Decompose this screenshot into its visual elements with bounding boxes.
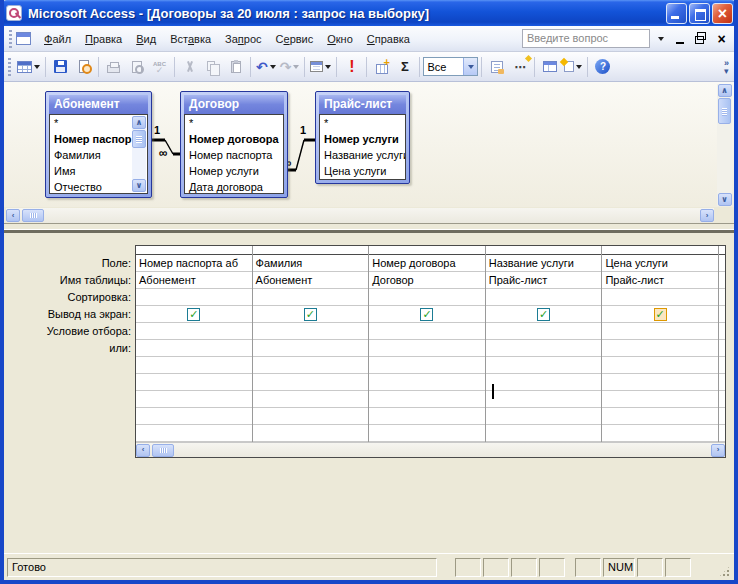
scroll-thumb[interactable] — [718, 98, 731, 124]
cell-table[interactable]: Договор — [369, 272, 485, 289]
print-button[interactable] — [102, 55, 125, 78]
redo-button[interactable]: ↷ — [278, 55, 302, 78]
scroll-down-icon[interactable]: ∨ — [718, 193, 732, 206]
menubar-grip[interactable] — [9, 30, 12, 48]
scroll-thumb[interactable] — [132, 130, 146, 148]
diagram-hscrollbar[interactable]: ‹ › — [6, 208, 714, 223]
cell-sort[interactable] — [602, 289, 718, 306]
field-cena-uslugi[interactable]: Цена услуги — [320, 163, 405, 179]
show-checkbox[interactable] — [420, 308, 433, 321]
properties-button[interactable] — [485, 55, 508, 78]
cell-sort[interactable] — [253, 289, 369, 306]
print-preview-button[interactable] — [125, 55, 148, 78]
cell-or[interactable] — [369, 340, 485, 357]
cell-criteria[interactable] — [369, 323, 485, 340]
top-values-combo[interactable]: Все — [423, 57, 478, 76]
scroll-up-icon[interactable]: ∧ — [718, 84, 732, 97]
menu-insert[interactable]: Вставка — [163, 29, 218, 49]
cell-criteria[interactable] — [136, 323, 252, 340]
cell-field[interactable]: Название услуги — [486, 255, 602, 272]
scroll-left-icon[interactable]: ‹ — [6, 209, 20, 222]
maximize-button[interactable] — [689, 3, 710, 24]
spelling-button[interactable]: ABC✓ — [148, 55, 171, 78]
cell-sort[interactable] — [369, 289, 485, 306]
file-search-button[interactable] — [72, 55, 95, 78]
field-nomer-uslugi[interactable]: Номер услуги — [320, 131, 405, 147]
cell-show[interactable] — [602, 306, 718, 323]
scroll-right-icon[interactable]: › — [711, 444, 725, 457]
new-object-button[interactable] — [561, 55, 584, 78]
table-card-price-list[interactable]: Прайс-лист * Номер услуги Название услуг… — [315, 91, 410, 184]
field-nomer-uslugi[interactable]: Номер услуги — [185, 163, 283, 179]
column-selector[interactable] — [136, 246, 252, 255]
scroll-right-icon[interactable]: › — [700, 209, 714, 222]
show-checkbox[interactable] — [537, 308, 550, 321]
child-close-button[interactable]: × — [713, 30, 730, 47]
totals-button[interactable]: Σ — [393, 55, 416, 78]
cell-field[interactable]: Номер договора — [369, 255, 485, 272]
table-title[interactable]: Абонемент — [49, 95, 148, 114]
show-checkbox[interactable] — [304, 308, 317, 321]
cell-criteria[interactable] — [486, 323, 602, 340]
menu-edit[interactable]: Правка — [78, 29, 129, 49]
cell-criteria[interactable] — [253, 323, 369, 340]
diagram-area[interactable]: 1 ∞ 1 ∞ Абонемент * Номер паспор Фамилия — [4, 82, 734, 207]
show-checkbox-focused[interactable] — [654, 308, 667, 321]
grid-hscrollbar[interactable]: ‹ › — [136, 442, 725, 457]
cell-field[interactable]: Номер паспорта аб — [136, 255, 252, 272]
cell-field[interactable]: Фамилия — [253, 255, 369, 272]
cut-button[interactable] — [178, 55, 201, 78]
diagram-vscrollbar[interactable]: ∧ ∨ — [717, 84, 732, 206]
cell-or[interactable] — [136, 340, 252, 357]
show-checkbox[interactable] — [187, 308, 200, 321]
cell-or[interactable] — [602, 340, 718, 357]
cell-table[interactable]: Абонемент — [253, 272, 369, 289]
column-selector[interactable] — [369, 246, 485, 255]
table-card-abonement[interactable]: Абонемент * Номер паспор Фамилия Имя Отч… — [45, 91, 152, 198]
undo-button[interactable]: ↶ — [254, 55, 278, 78]
menu-tools[interactable]: Сервис — [269, 29, 321, 49]
child-minimize-button[interactable] — [671, 30, 688, 47]
cell-show[interactable] — [486, 306, 602, 323]
field-nomer-dogovora[interactable]: Номер договора — [185, 131, 283, 147]
close-button[interactable] — [712, 3, 733, 24]
cell-or[interactable] — [486, 340, 602, 357]
question-dropdown-icon[interactable] — [654, 29, 667, 48]
minimize-button[interactable] — [666, 3, 687, 24]
run-button[interactable]: ! — [340, 55, 363, 78]
cell-table[interactable]: Абонемент — [136, 272, 252, 289]
menu-query[interactable]: Запрос — [218, 29, 268, 49]
scroll-left-icon[interactable]: ‹ — [136, 444, 150, 457]
copy-button[interactable] — [201, 55, 224, 78]
table-title[interactable]: Договор — [184, 95, 284, 114]
cell-sort[interactable] — [486, 289, 602, 306]
resize-grip[interactable] — [718, 565, 731, 578]
toolbar-grip[interactable] — [8, 58, 11, 76]
table-title[interactable]: Прайс-лист — [319, 95, 406, 114]
cell-table[interactable]: Прайс-лист — [602, 272, 718, 289]
scroll-down-icon[interactable]: ∨ — [132, 179, 146, 192]
field-asterisk[interactable]: * — [320, 115, 405, 131]
cell-show[interactable] — [136, 306, 252, 323]
child-restore-button[interactable] — [692, 30, 709, 47]
field-asterisk[interactable]: * — [185, 115, 283, 131]
cell-sort[interactable] — [136, 289, 252, 306]
column-selector[interactable] — [486, 246, 602, 255]
database-window-button[interactable] — [538, 55, 561, 78]
cell-criteria[interactable] — [602, 323, 718, 340]
menu-file[interactable]: Файл — [37, 29, 78, 49]
combo-dropdown-icon[interactable] — [463, 58, 477, 75]
field-data-dogovora[interactable]: Дата договора — [185, 179, 283, 194]
menu-window[interactable]: Окно — [320, 29, 360, 49]
cell-field[interactable]: Цена услуги — [602, 255, 718, 272]
pane-splitter[interactable] — [4, 223, 734, 233]
toolbar-options-icon[interactable]: »▾ — [722, 59, 731, 75]
view-datasheet-button[interactable] — [15, 55, 42, 78]
menu-help[interactable]: Справка — [360, 29, 417, 49]
cell-table[interactable]: Прайс-лист — [486, 272, 602, 289]
scroll-up-icon[interactable]: ∧ — [132, 116, 146, 129]
help-button[interactable]: ? — [591, 55, 614, 78]
field-nazvanie-uslugi[interactable]: Название услуги — [320, 147, 405, 163]
ask-question-input[interactable]: Введите вопрос — [522, 29, 650, 48]
cell-show[interactable] — [253, 306, 369, 323]
